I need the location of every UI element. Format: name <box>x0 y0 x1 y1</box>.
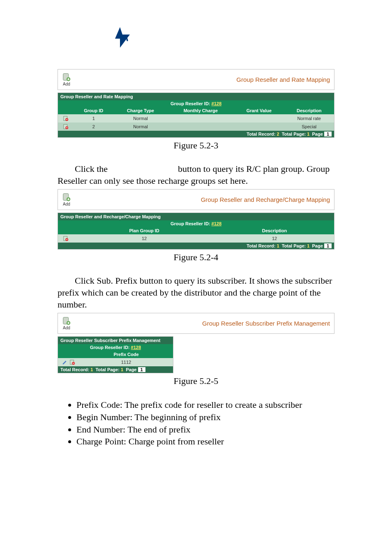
add-label: Add <box>63 82 70 86</box>
reseller-id-link[interactable]: #128 <box>212 101 221 106</box>
table-row: 12 12 <box>58 234 334 243</box>
delete-icon[interactable] <box>63 124 69 129</box>
brand-logo <box>107 25 334 53</box>
col-desc: Description <box>284 107 334 114</box>
reseller-id-link[interactable]: #128 <box>131 345 141 350</box>
table-footer: Total Record: 2 Total Page: 1 Page 1 <box>58 131 334 137</box>
figure-caption: Figure 5.2-5 <box>58 376 334 386</box>
recharge-mapping-table: Group Reseller and Recharge/Charge Mappi… <box>58 213 334 250</box>
list-item: Prefix Code: The prefix code for reselle… <box>76 399 334 411</box>
table-footer: Total Record: 1 Total Page: 1 Page 1 <box>58 243 334 249</box>
col-plan-group: Plan Group ID <box>74 227 215 234</box>
reseller-id-row: Group Reseller ID: #128 <box>58 344 173 351</box>
paragraph: Click Sub. Prefix button to query its su… <box>58 275 334 310</box>
add-button[interactable]: Add <box>62 193 71 206</box>
figure-caption: Figure 5.2-3 <box>58 140 334 151</box>
reseller-id-row: Group Reseller ID: #128 <box>58 100 334 107</box>
reseller-id-row: Group Reseller ID: #128 <box>58 220 334 227</box>
table-row: 2 Normal Special <box>58 123 334 131</box>
add-button[interactable]: Add <box>62 73 71 86</box>
section-head: Group Reseller and Rate Mapping <box>58 93 334 100</box>
table-row: 1112 <box>58 358 173 366</box>
col-charge-type: Charge Type <box>114 107 168 114</box>
panel-title: Group Reseller Subscriber Prefix Managem… <box>202 320 330 327</box>
recharge-mapping-header-box: Add Group Reseller and Recharge/Charge M… <box>58 189 334 210</box>
add-button[interactable]: Add <box>62 317 71 330</box>
add-label: Add <box>63 202 70 206</box>
paragraph: Click the button to query its R/C plan g… <box>58 163 334 187</box>
table-footer: Total Record: 1 Total Page: 1 Page 1 <box>58 366 173 373</box>
delete-icon[interactable] <box>63 116 69 120</box>
rate-mapping-header-box: Add Group Reseller and Rate Mapping <box>58 69 334 90</box>
col-monthly: Monthly Charge <box>167 107 234 114</box>
edit-icon[interactable] <box>62 359 68 364</box>
prefix-mgmt-header-box: Add Group Reseller Subscriber Prefix Man… <box>58 313 334 334</box>
panel-title: Group Reseller and Recharge/Charge Mappi… <box>201 196 330 203</box>
list-item: Begin Number: The beginning of prefix <box>76 411 334 423</box>
panel-title: Group Reseller and Rate Mapping <box>236 76 330 83</box>
col-desc: Description <box>215 227 334 234</box>
add-label: Add <box>63 326 70 330</box>
figure-caption: Figure 5.2-4 <box>58 252 334 263</box>
page-input[interactable]: 1 <box>138 367 145 372</box>
page-input[interactable]: 1 <box>324 132 332 136</box>
list-item: Charge Point: Charge point from reseller <box>76 435 334 448</box>
definition-list: Prefix Code: The prefix code for reselle… <box>58 399 334 448</box>
table-row: 1 Normal Normal rate <box>58 114 334 123</box>
section-head: Group Reseller and Recharge/Charge Mappi… <box>58 213 334 220</box>
page-input[interactable]: 1 <box>324 243 332 248</box>
list-item: End Number: The end of prefix <box>76 423 334 436</box>
col-prefix-code: Prefix Code <box>79 351 173 358</box>
col-grant: Grant Value <box>234 107 284 114</box>
col-group-id: Group ID <box>74 107 114 114</box>
rate-mapping-table: Group Reseller and Rate Mapping Group Re… <box>58 92 334 138</box>
section-head: Group Reseller Subscriber Prefix Managem… <box>58 337 173 344</box>
delete-icon[interactable] <box>69 359 75 364</box>
reseller-id-link[interactable]: #128 <box>212 221 221 226</box>
prefix-mgmt-table: Group Reseller Subscriber Prefix Managem… <box>58 336 173 373</box>
delete-icon[interactable] <box>63 236 69 240</box>
